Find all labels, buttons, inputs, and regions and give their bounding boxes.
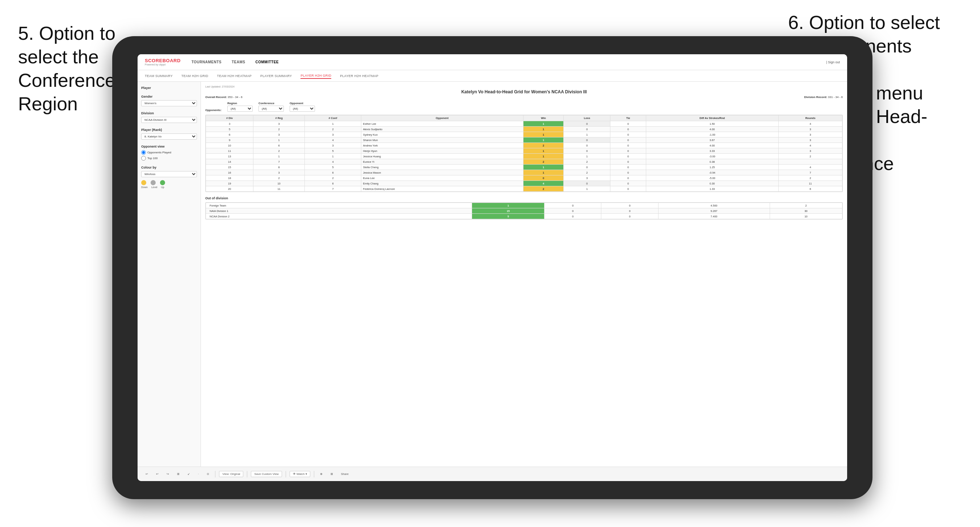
radio-top100[interactable]: Top 100 bbox=[141, 156, 197, 160]
table-row: 633Sydney Kuo110-1.003 bbox=[206, 132, 842, 137]
radio-top100-input[interactable] bbox=[141, 156, 146, 160]
table-cell: 3 bbox=[778, 137, 842, 143]
table-cell: Stella Cheng bbox=[361, 165, 523, 170]
tablet-frame: SCOREBOARD Powered by clippd TOURNAMENTS… bbox=[112, 36, 872, 499]
table-cell: 1.50 bbox=[646, 121, 778, 127]
table-cell: 14 bbox=[206, 159, 253, 165]
table-cell: 1 bbox=[523, 165, 564, 170]
toolbar-share[interactable]: Share bbox=[339, 471, 351, 477]
player-rank-select[interactable]: 8. Katelyn Vo bbox=[141, 133, 197, 140]
opponent-view-radios: Opponents Played Top 100 bbox=[141, 150, 197, 160]
main-table-body: 331Esther Lee1001.504522Alexis Sudjianto… bbox=[206, 121, 842, 192]
table-cell: 4 bbox=[778, 143, 842, 148]
table-cell: NCAA Division 2 bbox=[206, 214, 472, 219]
radio-opponents-played-input[interactable] bbox=[141, 150, 146, 155]
table-cell: 5 bbox=[472, 214, 544, 219]
division-select[interactable]: NCAA Division III bbox=[141, 117, 197, 123]
region-filter-select[interactable]: (All) bbox=[228, 106, 253, 112]
annotation-left-line4: Region bbox=[18, 93, 78, 114]
sidebar-player-rank-section: Player (Rank) 8. Katelyn Vo bbox=[141, 128, 197, 140]
toolbar-view-original[interactable]: View: Original bbox=[219, 471, 243, 477]
colour-label-down: Down bbox=[141, 186, 148, 189]
table-cell: 5 bbox=[305, 148, 361, 154]
table-cell: 3 bbox=[778, 127, 842, 132]
toolbar-redo[interactable]: ↪ bbox=[164, 471, 171, 477]
toolbar-grid[interactable]: ⊞ bbox=[175, 471, 182, 477]
table-cell: Heejo Hyun bbox=[361, 148, 523, 154]
nav-committee[interactable]: COMMITTEE bbox=[256, 59, 279, 65]
table-cell: 1.33 bbox=[646, 186, 778, 192]
table-cell: 0 bbox=[564, 137, 610, 143]
radio-opponents-played[interactable]: Opponents Played bbox=[141, 150, 197, 155]
table-cell: 1 bbox=[523, 132, 564, 137]
table-cell: 0 bbox=[610, 127, 646, 132]
table-cell: 1 bbox=[523, 137, 564, 143]
table-cell: 2 bbox=[523, 159, 564, 165]
sidebar-gender-label: Gender bbox=[141, 95, 197, 98]
table-cell: 0 bbox=[610, 137, 646, 143]
table-cell: 20 bbox=[206, 186, 253, 192]
colour-labels: Down Level Up bbox=[141, 186, 197, 189]
toolbar-undo2[interactable]: ↩ bbox=[154, 471, 161, 477]
tablet-screen: SCOREBOARD Powered by clippd TOURNAMENTS… bbox=[138, 54, 847, 481]
sidebar-gender-section: Gender Women's bbox=[141, 95, 197, 106]
table-cell: 1 bbox=[523, 121, 564, 127]
conference-filter-select[interactable]: (All) bbox=[258, 106, 284, 112]
gender-select[interactable]: Women's bbox=[141, 100, 197, 106]
sub-nav-player-h2h-grid[interactable]: PLAYER H2H GRID bbox=[301, 73, 331, 79]
table-cell: 0 bbox=[544, 214, 601, 219]
colour-label-level: Level bbox=[151, 186, 158, 189]
colour-label-up: Up bbox=[161, 186, 164, 189]
toolbar-save-custom-view[interactable]: Save Custom View bbox=[251, 471, 282, 477]
table-cell: Foreign Team bbox=[206, 203, 472, 208]
toolbar-circle[interactable]: ⊙ bbox=[205, 471, 212, 477]
toolbar-share-icon2[interactable]: ⊞ bbox=[328, 471, 335, 477]
table-cell: Euna Lee bbox=[361, 175, 523, 181]
table-cell: 9 bbox=[206, 137, 253, 143]
th-win: Win bbox=[523, 115, 564, 121]
sub-nav-team-summary[interactable]: TEAM SUMMARY bbox=[145, 73, 173, 78]
table-row: NCAA Division 25007.40010 bbox=[206, 214, 842, 219]
table-cell: 3 bbox=[253, 132, 304, 137]
colour-dot-up bbox=[160, 180, 165, 185]
nav-teams[interactable]: TEAMS bbox=[232, 59, 245, 65]
main-title: Katelyn Vo Head-to-Head Grid for Women's… bbox=[205, 89, 843, 94]
toolbar-watch[interactable]: 👁 Watch ▾ bbox=[290, 471, 310, 477]
table-cell: 0 bbox=[601, 203, 658, 208]
nav-items: TOURNAMENTS TEAMS COMMITTEE bbox=[191, 59, 815, 65]
toolbar-dot[interactable]: · bbox=[196, 471, 201, 477]
table-cell: 3.33 bbox=[646, 148, 778, 154]
table-cell: -5.00 bbox=[646, 175, 778, 181]
division-record: Division Record: 331 - 34 - 6 bbox=[804, 95, 843, 99]
table-cell: Federica Domecq Lacroze bbox=[361, 186, 523, 192]
nav-tournaments[interactable]: TOURNAMENTS bbox=[191, 59, 221, 65]
nav-sign-out[interactable]: | Sign out bbox=[826, 60, 840, 64]
toolbar-undo[interactable]: ↩ bbox=[143, 471, 150, 477]
sub-nav-player-h2h-heatmap[interactable]: PLAYER H2H HEATMAP bbox=[340, 73, 378, 78]
toolbar-divider3 bbox=[286, 471, 286, 478]
sub-nav-team-h2h-grid[interactable]: TEAM H2H GRID bbox=[181, 73, 208, 78]
table-cell: 6 bbox=[253, 143, 304, 148]
toolbar-download[interactable]: ↙ bbox=[185, 471, 192, 477]
table-cell: 11 bbox=[778, 181, 842, 186]
table-cell: 15 bbox=[206, 165, 253, 170]
toolbar-share-icon1[interactable]: ⊕ bbox=[318, 471, 325, 477]
sub-nav-player-summary[interactable]: PLAYER SUMMARY bbox=[260, 73, 292, 78]
sub-nav-team-h2h-heatmap[interactable]: TEAM H2H HEATMAP bbox=[217, 73, 251, 78]
table-cell: 7 bbox=[253, 159, 304, 165]
table-row: 1822Euna Lee030-5.002 bbox=[206, 175, 842, 181]
opponent-filter-select[interactable]: (All) bbox=[290, 106, 315, 112]
annotation-right-line1: 6. Option to select bbox=[788, 12, 940, 33]
sub-nav: TEAM SUMMARY TEAM H2H GRID TEAM H2H HEAT… bbox=[138, 70, 847, 82]
filter-conference-label: Conference bbox=[258, 102, 284, 105]
table-cell: 1 bbox=[472, 203, 544, 208]
filter-opponent-label: Opponent bbox=[290, 102, 315, 105]
table-cell: 10 bbox=[206, 143, 253, 148]
table-cell: 3 bbox=[305, 132, 361, 137]
sidebar-opponent-view-section: Opponent view Opponents Played Top 100 bbox=[141, 145, 197, 160]
colour-by-select[interactable]: Win/loss bbox=[141, 171, 197, 177]
sidebar-player-section: Player bbox=[141, 86, 197, 90]
th-diff: Diff Av Strokes/Rnd bbox=[646, 115, 778, 121]
th-opponent: Opponent bbox=[361, 115, 523, 121]
table-cell: 1 bbox=[564, 132, 610, 137]
